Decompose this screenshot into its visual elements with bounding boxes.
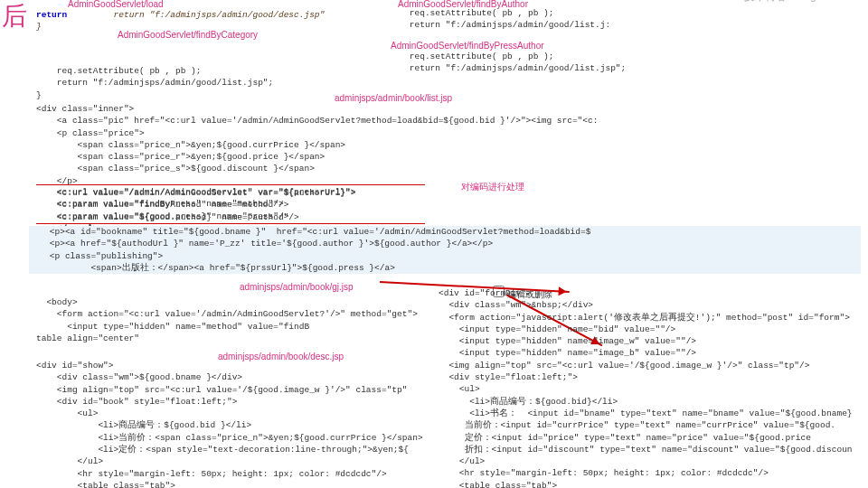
code-links-block: <p><a id="bookname" title="${good.bname … bbox=[29, 226, 861, 274]
code-show-div: <div id="show"> <div class="wm">${good.b… bbox=[36, 360, 434, 488]
code-right-form: <div id="formDiv"> <div class="wm">&nbsp… bbox=[439, 287, 863, 488]
code-mid-left: req.setAttribute( pb , pb ); return "f:/… bbox=[36, 65, 488, 101]
note-gjjsp: adminjsps/admin/book/gj.jsp bbox=[240, 281, 354, 294]
divider-2 bbox=[36, 223, 425, 224]
code-top-left: return return "f:/adminjsps/admin/good/d… bbox=[36, 9, 398, 33]
divider-1 bbox=[36, 184, 425, 185]
watermark: 51CTO.com 技术博客 Blog bbox=[744, 0, 863, 2]
page-corner-char: 后 bbox=[2, 0, 27, 33]
watermark-sub: 技术博客 Blog bbox=[744, 0, 863, 2]
code-body-form: <body> <form action="<c:url value='/admi… bbox=[36, 296, 434, 344]
code-top-right: req.setAttribute( pb , pb ); return "f:/… bbox=[389, 7, 841, 32]
